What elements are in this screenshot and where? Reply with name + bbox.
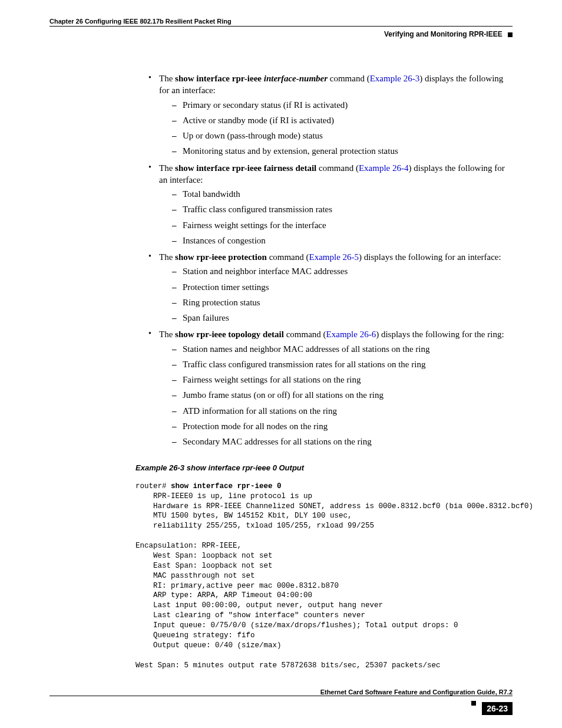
example-title: Example 26-3 show interface rpr-ieee 0 O…: [135, 463, 513, 473]
header-square-icon: [508, 32, 513, 37]
page-number: 26-23: [482, 702, 513, 715]
list-item: Total bandwidth: [172, 188, 513, 200]
text: The: [159, 163, 175, 173]
list-item: Traffic class configured transmission ra…: [172, 358, 513, 370]
footer-title: Ethernet Card Software Feature and Confi…: [49, 689, 513, 696]
footer-square-icon: [471, 701, 476, 706]
list-item: Span failures: [172, 312, 513, 324]
list-item: The show interface rpr-ieee fairness det…: [148, 162, 513, 247]
example-link[interactable]: Example 26-6: [326, 330, 376, 339]
list-item: Fairness weight settings for the interfa…: [172, 219, 513, 231]
list-item: Secondary MAC addresses for all stations…: [172, 436, 513, 447]
list-item: Protection mode for all nodes on the rin…: [172, 420, 513, 432]
list-item: Traffic class configured transmission ra…: [172, 203, 513, 215]
prompt: router#: [135, 482, 171, 490]
code-block: router# show interface rpr-ieee 0 RPR-IE…: [135, 482, 513, 671]
example-link[interactable]: Example 26-3: [370, 74, 420, 83]
command-name: show rpr-ieee protection: [175, 252, 267, 262]
footer: Ethernet Card Software Feature and Confi…: [49, 689, 513, 711]
text: The: [159, 252, 175, 262]
list-item: Jumbo frame status (on or off) for all s…: [172, 389, 513, 401]
list-item: Station and neighbor interface MAC addre…: [172, 265, 513, 277]
page: Chapter 26 Configuring IEEE 802.17b Resi…: [0, 0, 562, 670]
sub-list: Total bandwidth Traffic class configured…: [172, 188, 513, 246]
command-list: The show interface rpr-ieee interface-nu…: [148, 73, 513, 447]
example-link[interactable]: Example 26-5: [309, 252, 359, 262]
command-name: show rpr-ieee topology detail: [175, 330, 284, 339]
footer-title-text: Ethernet Card Software Feature and Confi…: [320, 689, 513, 696]
text: ) displays the following for the ring:: [376, 330, 504, 339]
text: The: [159, 74, 175, 83]
text: command (: [328, 74, 370, 83]
footer-line: [49, 696, 513, 696]
list-item: Fairness weight settings for all station…: [172, 374, 513, 386]
header-section: Verifying and Monitoring RPR-IEEE: [49, 30, 513, 38]
sub-list: Station names and neighbor MAC addresses…: [172, 343, 513, 448]
list-item: The show rpr-ieee topology detail comman…: [148, 328, 513, 447]
list-item: Primary or secondary status (if RI is ac…: [172, 99, 513, 111]
list-item: ATD information for all stations on the …: [172, 405, 513, 417]
list-item: Monitoring status and by extension, gene…: [172, 145, 513, 157]
header-chapter: Chapter 26 Configuring IEEE 802.17b Resi…: [49, 18, 513, 27]
list-item: Protection timer settings: [172, 281, 513, 293]
list-item: Ring protection status: [172, 297, 513, 308]
text: command (: [316, 163, 359, 173]
text: ) displays the following for an interfac…: [359, 252, 501, 262]
list-item: Up or down (pass-through mode) status: [172, 130, 513, 141]
text: command (: [284, 330, 326, 339]
example-link[interactable]: Example 26-4: [359, 163, 409, 173]
sub-list: Station and neighbor interface MAC addre…: [172, 265, 513, 324]
content: The show interface rpr-ieee interface-nu…: [49, 73, 513, 670]
command-name: show interface rpr-ieee fairness detail: [175, 163, 316, 173]
code-body: RPR-IEEE0 is up, line protocol is up Har…: [135, 492, 538, 670]
list-item: Instances of congestion: [172, 235, 513, 246]
command-name: show interface rpr-ieee: [175, 74, 262, 83]
command-arg: interface-number: [264, 74, 328, 83]
header-section-text: Verifying and Monitoring RPR-IEEE: [384, 30, 503, 38]
list-item: The show interface rpr-ieee interface-nu…: [148, 73, 513, 157]
text: The: [159, 330, 175, 339]
list-item: Station names and neighbor MAC addresses…: [172, 343, 513, 355]
sub-list: Primary or secondary status (if RI is ac…: [172, 99, 513, 157]
list-item: The show rpr-ieee protection command (Ex…: [148, 251, 513, 324]
command: show interface rpr-ieee 0: [171, 482, 282, 490]
text: command (: [267, 252, 309, 262]
list-item: Active or standby mode (if RI is activat…: [172, 114, 513, 126]
